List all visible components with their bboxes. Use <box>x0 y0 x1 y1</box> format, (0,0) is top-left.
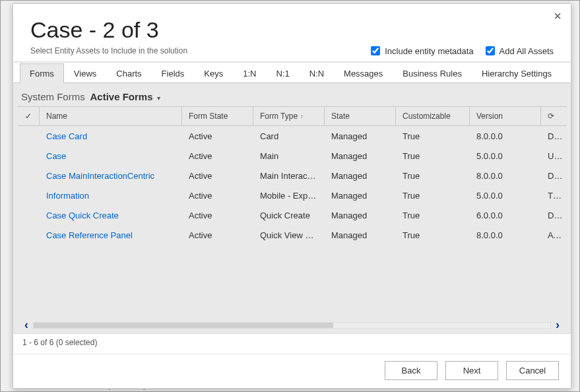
grid-rows: Case CardActiveCardManagedTrue8.0.0.0Def… <box>17 126 567 245</box>
row-name-link[interactable]: Information <box>40 186 182 205</box>
grid-header: ✓ Name Form State Form Type↑ State Custo… <box>17 107 567 126</box>
row-checkbox[interactable] <box>17 230 40 240</box>
chevron-down-icon: ▾ <box>157 94 160 102</box>
column-customizable[interactable]: Customizable <box>396 107 470 125</box>
row-form-type: Main Interaction... <box>253 166 325 185</box>
row-form-state: Active <box>182 226 253 245</box>
tab-fields[interactable]: Fields <box>152 63 195 83</box>
row-state: Managed <box>325 186 396 205</box>
row-checkbox[interactable] <box>17 211 40 220</box>
include-entity-metadata-checkbox[interactable]: Include entity metadata <box>368 44 473 57</box>
tab-n-n[interactable]: N:N <box>300 63 334 83</box>
scroll-right-icon[interactable]: › <box>551 318 564 332</box>
close-icon[interactable]: × <box>554 9 562 22</box>
view-prefix: System Forms <box>21 91 85 102</box>
row-version: 6.0.0.0 <box>470 206 541 225</box>
tab-1-n[interactable]: 1:N <box>233 63 266 83</box>
row-checkbox[interactable] <box>17 151 40 160</box>
wizard-dialog: × Case - 2 of 3 Select Entity Assets to … <box>13 3 571 389</box>
row-customizable: True <box>396 147 470 166</box>
page-title: Case - 2 of 3 <box>30 17 554 43</box>
row-form-state: Active <box>182 166 253 185</box>
forms-grid: ✓ Name Form State Form Type↑ State Custo… <box>17 106 567 313</box>
row-state: Managed <box>325 147 396 166</box>
table-row[interactable]: Case Reference PanelActiveQuick View For… <box>17 225 567 245</box>
row-form-type: Card <box>253 127 325 146</box>
next-button[interactable]: Next <box>445 361 498 380</box>
tab-business-rules[interactable]: Business Rules <box>393 63 472 83</box>
scroll-track[interactable] <box>33 322 551 329</box>
tab-hierarchy-settings[interactable]: Hierarchy Settings <box>472 63 562 83</box>
tab-keys[interactable]: Keys <box>194 63 233 83</box>
table-row[interactable]: Case Quick CreateActiveQuick CreateManag… <box>17 205 567 225</box>
tab-views[interactable]: Views <box>64 63 106 83</box>
sort-asc-icon: ↑ <box>300 113 304 120</box>
row-desc: Upd <box>541 147 567 166</box>
row-checkbox[interactable] <box>17 191 40 200</box>
tab-charts[interactable]: Charts <box>106 63 151 83</box>
page-subtitle: Select Entity Assets to Include in the s… <box>30 46 187 55</box>
row-state: Managed <box>325 226 396 245</box>
row-name-link[interactable]: Case Reference Panel <box>40 226 182 245</box>
row-form-type: Main <box>253 147 325 166</box>
column-state[interactable]: State <box>325 107 396 125</box>
row-form-type: Quick View Form <box>253 226 325 245</box>
tab-forms[interactable]: Forms <box>20 63 64 83</box>
row-version: 8.0.0.0 <box>470 226 541 245</box>
row-version: 5.0.0.0 <box>470 186 541 205</box>
row-form-type: Quick Create <box>253 206 325 225</box>
row-name-link[interactable]: Case <box>40 147 182 166</box>
view-name: Active Forms <box>90 91 152 102</box>
include-entity-metadata-label: Include entity metadata <box>385 46 473 56</box>
row-checkbox[interactable] <box>17 171 40 180</box>
row-desc: This <box>541 186 567 205</box>
row-desc: Def <box>541 166 567 185</box>
row-customizable: True <box>396 206 470 225</box>
tab-messages[interactable]: Messages <box>334 63 393 83</box>
grid-status: 1 - 6 of 6 (0 selected) <box>13 333 571 354</box>
row-form-type: Mobile - Express <box>253 186 325 205</box>
row-customizable: True <box>396 127 470 146</box>
add-all-assets-checkbox[interactable]: Add All Assets <box>483 44 554 57</box>
row-state: Managed <box>325 166 396 185</box>
row-customizable: True <box>396 166 470 185</box>
row-form-state: Active <box>182 186 253 205</box>
row-form-state: Active <box>182 147 253 166</box>
column-name[interactable]: Name <box>40 107 182 125</box>
row-desc: Def <box>541 127 567 146</box>
scroll-thumb[interactable] <box>34 323 333 328</box>
tab-strip: FormsViewsChartsFieldsKeys1:NN:1N:NMessa… <box>13 62 571 82</box>
column-form-state[interactable]: Form State <box>182 107 253 125</box>
column-version[interactable]: Version <box>470 107 541 125</box>
row-customizable: True <box>396 226 470 245</box>
row-name-link[interactable]: Case MainInteractionCentric <box>40 166 182 185</box>
row-version: 5.0.0.0 <box>470 147 541 166</box>
column-refresh[interactable]: ⟳ <box>541 107 567 125</box>
table-row[interactable]: CaseActiveMainManagedTrue5.0.0.0Upd <box>17 146 567 166</box>
row-desc: Def <box>541 206 567 225</box>
row-customizable: True <box>396 186 470 205</box>
view-selector[interactable]: System Forms Active Forms ▾ <box>13 83 571 106</box>
row-checkbox[interactable] <box>17 131 40 141</box>
cancel-button[interactable]: Cancel <box>506 361 559 380</box>
add-all-assets-input[interactable] <box>486 46 495 55</box>
row-form-state: Active <box>182 127 253 146</box>
back-button[interactable]: Back <box>385 361 437 380</box>
table-row[interactable]: Case CardActiveCardManagedTrue8.0.0.0Def <box>17 126 567 146</box>
table-row[interactable]: InformationActiveMobile - ExpressManaged… <box>17 185 567 205</box>
table-row[interactable]: Case MainInteractionCentricActiveMain In… <box>17 166 567 185</box>
include-entity-metadata-input[interactable] <box>371 46 380 55</box>
row-version: 8.0.0.0 <box>470 166 541 185</box>
row-name-link[interactable]: Case Quick Create <box>40 206 182 225</box>
row-form-state: Active <box>182 206 253 225</box>
column-select-all[interactable]: ✓ <box>17 107 40 125</box>
row-name-link[interactable]: Case Card <box>40 127 182 146</box>
scroll-left-icon[interactable]: ‹ <box>20 318 33 332</box>
refresh-icon: ⟳ <box>548 112 554 121</box>
column-form-type[interactable]: Form Type↑ <box>253 107 325 125</box>
row-desc: A fo <box>541 226 567 245</box>
row-state: Managed <box>325 206 396 225</box>
row-state: Managed <box>325 127 396 146</box>
horizontal-scrollbar[interactable]: ‹ › <box>20 318 564 332</box>
tab-n-1[interactable]: N:1 <box>266 63 299 83</box>
